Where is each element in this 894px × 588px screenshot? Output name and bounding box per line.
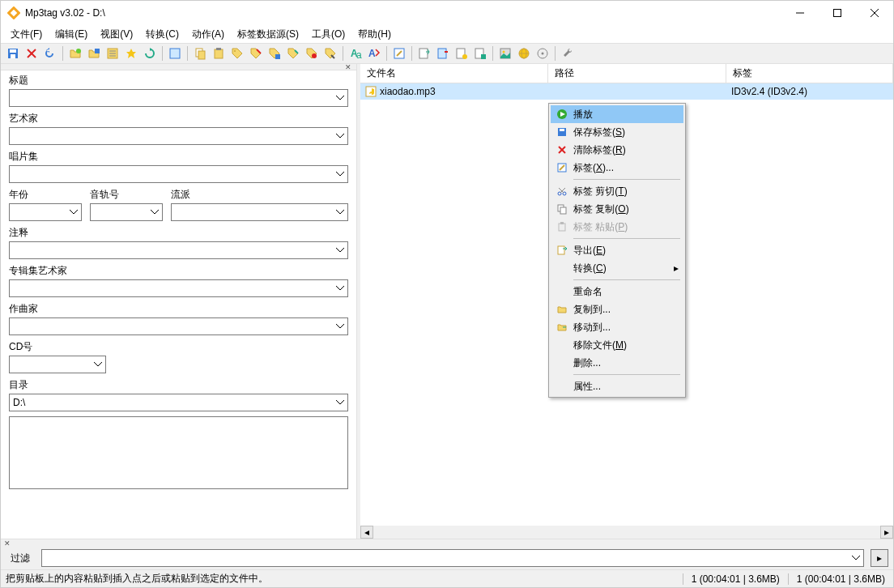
album-input[interactable] [9, 165, 348, 183]
tag-cut-icon[interactable] [247, 45, 265, 62]
folder-save-icon[interactable] [85, 45, 103, 62]
field-track: 音轨号 [90, 188, 163, 221]
list-row[interactable]: xiaodao.mp3 ID3v2.4 (ID3v2.4) [360, 83, 893, 100]
row-year-track-genre: 年份 音轨号 流派 [9, 188, 348, 226]
track-input[interactable] [90, 203, 163, 221]
svg-point-25 [312, 53, 317, 58]
filter-go-button[interactable]: ▸ [871, 549, 888, 567]
export3-icon[interactable] [453, 45, 470, 62]
filter-label: 过滤 [6, 552, 35, 565]
cm-convert[interactable]: 转换(C) ▸ [551, 259, 683, 277]
autonumber-icon[interactable]: A [365, 45, 383, 62]
folder-open-icon[interactable] [66, 45, 84, 62]
directory-label: 目录 [9, 378, 348, 392]
menu-convert[interactable]: 转换(C) [139, 26, 185, 43]
filter-grip[interactable]: ✕ [1, 539, 893, 547]
undo-icon[interactable] [41, 45, 59, 62]
cm-remove-label: 清除标签(R) [573, 143, 667, 157]
list-body[interactable]: xiaodao.mp3 ID3v2.4 (ID3v2.4) 播放 保存标签(S) [360, 83, 893, 526]
field-artist: 艺术家 [9, 112, 348, 145]
artist-input[interactable] [9, 127, 348, 145]
cm-copy[interactable]: 标签 复制(O) [551, 200, 683, 218]
artist-label: 艺术家 [9, 112, 348, 126]
favorite-icon[interactable] [122, 45, 140, 62]
folder-copy-icon [554, 304, 570, 315]
disc-icon[interactable] [534, 45, 551, 62]
cm-move-file[interactable]: 移除文件(M) [551, 336, 683, 354]
export1-icon[interactable] [415, 45, 433, 62]
cm-rename[interactable]: 重命名 [551, 283, 683, 300]
case-icon[interactable]: Aa [347, 45, 364, 62]
copy-icon[interactable] [191, 45, 209, 62]
menu-tagsources[interactable]: 标签数据源(S) [231, 26, 305, 43]
cm-tag[interactable]: 标签(X)... [551, 159, 683, 177]
tag-action1-icon[interactable] [284, 45, 302, 62]
menu-tools[interactable]: 工具(O) [305, 26, 351, 43]
close-button[interactable] [856, 1, 893, 25]
close-icon[interactable]: ✕ [4, 539, 11, 548]
year-input[interactable] [9, 203, 82, 221]
svg-rect-46 [560, 129, 564, 131]
save-icon[interactable] [4, 45, 22, 62]
window-controls [781, 1, 893, 25]
album-label: 唱片集 [9, 150, 348, 164]
column-path[interactable]: 路径 [548, 64, 726, 83]
column-tag[interactable]: 标签 [726, 64, 893, 83]
tools-icon[interactable] [559, 45, 577, 62]
menu-file[interactable]: 文件(F) [4, 26, 49, 43]
composer-input[interactable] [9, 317, 348, 335]
horizontal-scrollbar[interactable]: ◂ ▸ [360, 526, 893, 539]
comment-input[interactable] [9, 241, 348, 259]
field-directory: 目录 [9, 378, 348, 411]
cm-separator [573, 374, 680, 375]
svg-rect-30 [419, 49, 428, 58]
paste-icon[interactable] [210, 45, 228, 62]
delete-icon[interactable] [23, 45, 40, 62]
refresh-icon[interactable] [141, 45, 159, 62]
tag-action3-icon[interactable] [321, 45, 339, 62]
albumartist-input[interactable] [9, 279, 348, 297]
web-icon[interactable] [515, 45, 533, 62]
column-filename[interactable]: 文件名 [360, 64, 548, 83]
svg-rect-20 [215, 49, 223, 58]
filter-input[interactable] [41, 549, 864, 567]
cm-play[interactable]: 播放 [551, 105, 683, 123]
edit-icon[interactable] [390, 45, 408, 62]
menu-help[interactable]: 帮助(H) [351, 26, 398, 43]
svg-rect-19 [198, 51, 205, 59]
cm-paste-label: 标签 粘贴(P) [573, 220, 667, 234]
discnumber-input[interactable] [9, 356, 106, 373]
tag-paste-icon[interactable] [266, 45, 283, 62]
scroll-right-icon[interactable]: ▸ [880, 526, 893, 539]
cm-save-tag[interactable]: 保存标签(S) [551, 123, 683, 141]
cm-properties[interactable]: 属性... [551, 377, 683, 395]
cm-move-to[interactable]: 移动到... [551, 318, 683, 336]
menu-view[interactable]: 视图(V) [94, 26, 139, 43]
tag-copy-icon[interactable] [228, 45, 246, 62]
title-input[interactable] [9, 89, 348, 107]
playlist-icon[interactable] [104, 45, 121, 62]
panel-grip[interactable]: ✕ [1, 64, 356, 70]
copy-icon [554, 203, 570, 215]
cm-export[interactable]: 导出(E) [551, 241, 683, 259]
tag-action2-icon[interactable] [303, 45, 321, 62]
menu-edit[interactable]: 编辑(E) [49, 26, 94, 43]
export4-icon[interactable] [471, 45, 489, 62]
menubar: 文件(F) 编辑(E) 视图(V) 转换(C) 动作(A) 标签数据源(S) 工… [1, 25, 893, 43]
cm-remove-tag[interactable]: 清除标签(R) [551, 141, 683, 159]
cm-delete[interactable]: 删除... [551, 354, 683, 372]
cover-area[interactable] [9, 416, 348, 489]
maximize-button[interactable] [819, 1, 856, 25]
select-all-icon[interactable] [166, 45, 184, 62]
toolbar-separator [386, 46, 387, 61]
scroll-left-icon[interactable]: ◂ [360, 526, 373, 539]
minimize-button[interactable] [781, 1, 819, 25]
genre-input[interactable] [171, 203, 348, 221]
cm-copy-to[interactable]: 复制到... [551, 300, 683, 318]
filter-bar: 过滤 ▸ [1, 547, 893, 569]
cover-icon[interactable] [496, 45, 514, 62]
cm-cut[interactable]: 标签 剪切(T) [551, 182, 683, 200]
menu-actions[interactable]: 动作(A) [185, 26, 231, 43]
export2-icon[interactable] [434, 45, 452, 62]
directory-input[interactable] [9, 394, 348, 411]
